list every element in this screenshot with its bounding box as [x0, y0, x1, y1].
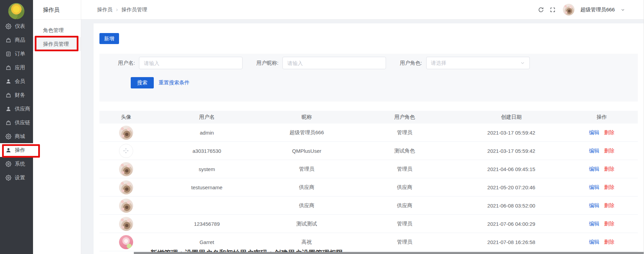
username-input[interactable] — [139, 57, 243, 69]
reset-search-link[interactable]: 重置搜索条件 — [159, 80, 190, 86]
chevron-down-icon[interactable] — [621, 8, 625, 12]
edit-link[interactable]: 编辑 — [589, 166, 599, 172]
delete-link[interactable]: 删除 — [604, 202, 614, 208]
table-header-row: 头像用户名昵称用户角色创建日期操作 — [99, 111, 638, 124]
filter-row: 用户名: 用户昵称: 用户角色: 请选择 — [99, 54, 638, 69]
breadcrumb: 操作员 操作员管理 — [97, 0, 147, 19]
sidebar-item-label: 会员 — [15, 78, 25, 85]
avatar-cell — [99, 180, 153, 194]
breadcrumb-item[interactable]: 操作员 — [97, 7, 112, 13]
fullscreen-icon[interactable] — [550, 7, 556, 13]
table-row: a303176530QMPlusUser测试角色2021-03-17 05:59… — [99, 142, 638, 160]
cell-created: 2021-06-08 03:52:00 — [457, 203, 566, 209]
cell-username: admin — [153, 130, 261, 136]
cell-created: 2021-07-08 16:26:58 — [457, 239, 566, 245]
cell-role: 管理员 — [353, 129, 457, 136]
table-row: system管理员管理员2021-04-06 09:45:15编辑删除 — [99, 160, 638, 178]
actions-cell: 编辑删除 — [566, 184, 638, 191]
filter-panel: 用户名: 用户昵称: 用户角色: 请选择 搜索 重置搜索条件 — [99, 54, 638, 102]
submenu-item-role-management[interactable]: 角色管理 — [33, 23, 81, 37]
bag-icon — [6, 65, 11, 71]
user-name[interactable]: 超级管理员666 — [580, 7, 615, 13]
delete-link[interactable]: 删除 — [604, 129, 614, 135]
bag-icon — [6, 37, 11, 43]
bag-icon — [6, 92, 11, 98]
cell-role: 供应商 — [353, 202, 457, 209]
cell-username: a303176530 — [153, 148, 261, 154]
edit-link[interactable]: 编辑 — [589, 239, 599, 245]
delete-link[interactable]: 删除 — [604, 221, 614, 226]
sidebar-item-supplier[interactable]: 供应商 — [0, 102, 33, 116]
cell-username: system — [153, 166, 261, 172]
delete-link[interactable]: 删除 — [604, 166, 614, 172]
sidebar-item-goods[interactable]: 商品 — [0, 33, 33, 47]
sidebar-item-label: 应用 — [15, 64, 25, 71]
sidebar-item-label: 财务 — [15, 92, 25, 98]
gear-icon — [6, 134, 11, 139]
user-avatar[interactable] — [563, 4, 575, 15]
sidebar-item-supply-chain[interactable]: 供应链 — [0, 116, 33, 129]
sidebar-item-label: 订单 — [15, 51, 25, 57]
content-card: 新增 用户名: 用户昵称: 用户角色: 请选择 搜索 重置搜索条件 头像用户名昵… — [94, 23, 644, 254]
edit-link[interactable]: 编辑 — [589, 221, 599, 226]
cell-username: Garret — [153, 239, 261, 245]
search-button[interactable]: 搜索 — [131, 77, 154, 88]
sidebar-item-label: 仪表 — [15, 23, 25, 30]
column-header: 创建日期 — [457, 114, 566, 120]
cell-role: 管理员 — [353, 239, 457, 245]
row-avatar — [119, 126, 133, 140]
refresh-icon[interactable] — [538, 7, 544, 13]
edit-link[interactable]: 编辑 — [589, 129, 599, 135]
cell-nickname: 管理员 — [261, 166, 352, 172]
cell-role: 管理员 — [353, 166, 457, 172]
add-button[interactable]: 新增 — [99, 33, 119, 44]
sidebar-item-apps[interactable]: 应用 — [0, 61, 33, 74]
avatar-cell — [99, 126, 153, 140]
edit-link[interactable]: 编辑 — [589, 202, 599, 208]
sidebar-item-system[interactable]: 系统 — [0, 157, 33, 171]
filter-actions: 搜索 重置搜索条件 — [131, 77, 638, 88]
row-avatar — [119, 235, 133, 249]
role-label: 用户角色: — [400, 60, 422, 66]
sidebar-item-members[interactable]: 会员 — [0, 74, 33, 88]
sidebar-item-finance[interactable]: 财务 — [0, 88, 33, 102]
app-window: 仪表商品订单应用会员财务供应商供应链商城操作系统设置 操作员 角色管理操作员管理… — [0, 0, 644, 254]
cell-nickname: QMPlusUser — [261, 148, 352, 154]
primary-nav: 仪表商品订单应用会员财务供应商供应链商城操作系统设置 — [0, 19, 33, 184]
role-select[interactable]: 请选择 — [426, 57, 530, 69]
sidebar-item-settings[interactable]: 设置 — [0, 171, 33, 184]
row-avatar — [119, 162, 133, 176]
gear-icon — [6, 175, 11, 181]
submenu-item-operator-management[interactable]: 操作员管理 — [33, 37, 81, 51]
nickname-input[interactable] — [282, 57, 386, 69]
sidebar-item-mall[interactable]: 商城 — [0, 129, 33, 143]
operators-table: 头像用户名昵称用户角色创建日期操作 admin超级管理员666管理员2021-0… — [99, 111, 638, 251]
bottom-window-edge — [134, 252, 644, 254]
secondary-nav: 角色管理操作员管理 — [33, 23, 81, 51]
delete-link[interactable]: 删除 — [604, 148, 614, 154]
edit-link[interactable]: 编辑 — [589, 148, 599, 154]
secondary-sidebar: 操作员 角色管理操作员管理 — [33, 0, 81, 254]
table-row: 供应商供应商2021-06-08 03:52:00编辑删除 — [99, 197, 638, 215]
delete-link[interactable]: 删除 — [604, 184, 614, 190]
sidebar-item-operations[interactable]: 操作 — [0, 143, 33, 157]
table-body: admin超级管理员666管理员2021-03-17 05:59:42编辑删除a… — [99, 124, 638, 251]
column-header: 用户名 — [153, 114, 261, 120]
cell-created: 2021-07-06 04:00:29 — [457, 221, 566, 227]
row-avatar — [119, 144, 133, 158]
cell-role: 管理员 — [353, 221, 457, 227]
cell-created: 2021-05-20 07:20:46 — [457, 184, 566, 190]
cell-created: 2021-04-06 09:45:15 — [457, 166, 566, 172]
actions-cell: 编辑删除 — [566, 129, 638, 136]
edit-link[interactable]: 编辑 — [589, 184, 599, 190]
cell-nickname: 供应商 — [261, 202, 352, 209]
table-row: admin超级管理员666管理员2021-03-17 05:59:42编辑删除 — [99, 124, 638, 142]
sidebar-item-label: 系统 — [15, 161, 25, 167]
sidebar-item-orders[interactable]: 订单 — [0, 47, 33, 61]
nickname-label: 用户昵称: — [256, 60, 278, 66]
row-avatar — [119, 199, 133, 213]
sidebar-item-label: 供应链 — [15, 119, 30, 126]
delete-link[interactable]: 删除 — [604, 239, 614, 245]
sidebar-item-dashboard[interactable]: 仪表 — [0, 19, 33, 33]
secondary-sidebar-title: 操作员 — [33, 0, 81, 20]
